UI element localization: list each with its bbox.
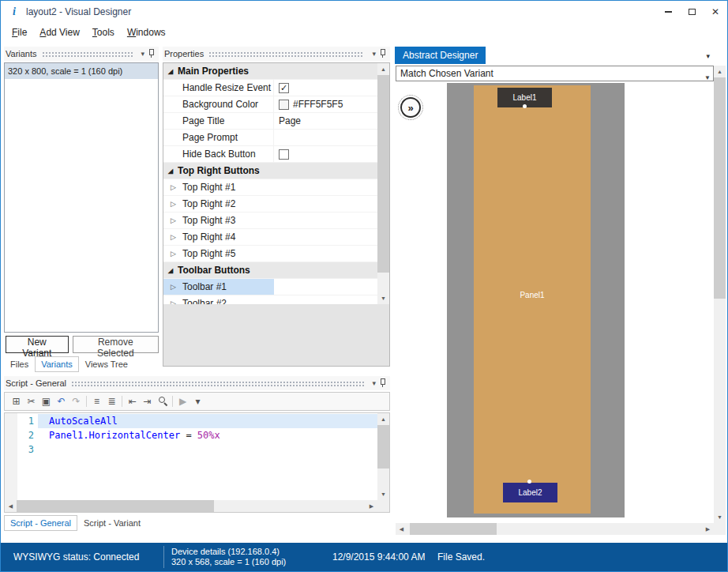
- redo-icon[interactable]: ↷: [69, 396, 84, 407]
- panel-menu-icon[interactable]: ▾: [141, 50, 144, 58]
- property-row-handle-resize[interactable]: Handle Resize Event ✓: [163, 80, 377, 96]
- collapsed-icon[interactable]: ▷: [163, 229, 182, 245]
- category-toolbar-buttons[interactable]: ◢ Toolbar Buttons: [163, 262, 377, 279]
- pin-icon[interactable]: [379, 49, 386, 58]
- property-row-page-title[interactable]: Page Title Page: [163, 113, 377, 130]
- add-view-icon[interactable]: ⊞: [9, 396, 24, 407]
- collapsed-icon[interactable]: ▷: [163, 279, 182, 295]
- variant-match-combo[interactable]: Match Chosen Variant ▼: [396, 66, 714, 81]
- scroll-thumb[interactable]: [714, 77, 726, 299]
- property-row-toolbar-1[interactable]: ▷ Toolbar #1: [163, 279, 377, 295]
- hide-back-checkbox[interactable]: [279, 149, 289, 160]
- expanded-icon[interactable]: ◢: [163, 163, 178, 179]
- design-panel1[interactable]: [474, 85, 591, 514]
- tab-files[interactable]: Files: [4, 356, 35, 372]
- pin-icon[interactable]: [148, 49, 155, 58]
- color-swatch[interactable]: [279, 100, 289, 110]
- menu-windows[interactable]: Windows: [121, 25, 172, 40]
- expand-toolbox-button[interactable]: »: [400, 97, 421, 118]
- scroll-up-icon[interactable]: ▲: [377, 413, 389, 425]
- paste-icon[interactable]: ▣: [39, 396, 54, 407]
- minimize-button[interactable]: [656, 1, 680, 23]
- property-row-background-color[interactable]: Background Color #FFF5F5F5: [163, 96, 377, 113]
- undo-icon[interactable]: ↶: [54, 396, 69, 407]
- pin-icon[interactable]: [379, 378, 386, 388]
- maximize-button[interactable]: [680, 1, 704, 23]
- scroll-right-icon[interactable]: ▶: [366, 500, 377, 512]
- run-icon[interactable]: ▶: [175, 396, 190, 407]
- designer-horizontal-scrollbar[interactable]: ◀ ▶: [396, 523, 714, 535]
- scroll-left-icon[interactable]: ◀: [396, 523, 407, 535]
- color-value[interactable]: #FFF5F5F5: [293, 96, 343, 113]
- minimize-icon: [665, 11, 672, 13]
- collapsed-icon[interactable]: ▷: [163, 295, 182, 304]
- code-area[interactable]: AutoScaleAll Panel1.HorizontalCenter = 5…: [38, 414, 377, 500]
- scroll-down-icon[interactable]: ▼: [714, 511, 726, 523]
- tab-script-variant[interactable]: Script - Variant: [77, 515, 147, 531]
- editor-vertical-scrollbar[interactable]: ▲ ▼: [377, 413, 389, 500]
- expanded-icon[interactable]: ◢: [163, 63, 178, 79]
- close-button[interactable]: ✕: [704, 1, 727, 23]
- indent-icon[interactable]: ⇥: [140, 396, 155, 407]
- tab-abstract-designer[interactable]: Abstract Designer: [395, 47, 486, 64]
- property-row-top-right-2[interactable]: ▷ Top Right #2: [163, 196, 377, 213]
- designer-vertical-scrollbar[interactable]: ▲ ▼: [714, 66, 726, 523]
- collapsed-icon[interactable]: ▷: [163, 196, 182, 212]
- remove-selected-button[interactable]: Remove Selected: [73, 336, 159, 353]
- scroll-right-icon[interactable]: ▶: [702, 523, 714, 535]
- tab-variants[interactable]: Variants: [35, 356, 79, 372]
- property-row-top-right-3[interactable]: ▷ Top Right #3: [163, 213, 377, 229]
- scroll-thumb[interactable]: [377, 425, 389, 469]
- category-main-properties[interactable]: ◢ Main Properties: [163, 63, 377, 80]
- property-row-page-prompt[interactable]: Page Prompt: [163, 130, 377, 146]
- collapsed-icon[interactable]: ▷: [163, 246, 182, 262]
- property-row-toolbar-2[interactable]: ▷ Toolbar #2: [163, 295, 377, 304]
- tabstrip-dropdown-icon[interactable]: ▾: [706, 52, 710, 60]
- anchor-handle[interactable]: [523, 104, 527, 108]
- property-value[interactable]: Page: [274, 113, 377, 129]
- menu-file[interactable]: File: [6, 25, 33, 40]
- design-canvas[interactable]: Label1 Panel1 Label2 »: [395, 83, 714, 523]
- scroll-left-icon[interactable]: ◀: [5, 500, 17, 512]
- page-title-value[interactable]: Page: [279, 113, 301, 130]
- editor-horizontal-scrollbar[interactable]: ◀ ▶: [5, 500, 377, 512]
- scroll-thumb[interactable]: [17, 500, 214, 512]
- cut-icon[interactable]: ✂: [24, 396, 39, 407]
- panel-menu-icon[interactable]: ▾: [372, 379, 376, 387]
- properties-scrollbar[interactable]: ▲ ▼: [377, 63, 389, 304]
- scroll-thumb[interactable]: [410, 523, 497, 535]
- collapsed-icon[interactable]: ▷: [163, 179, 182, 195]
- category-top-right-buttons[interactable]: ◢ Top Right Buttons: [163, 163, 377, 179]
- scroll-up-icon[interactable]: ▲: [714, 66, 726, 77]
- code-editor[interactable]: 1 2 3 AutoScaleAll Panel1.HorizontalCent…: [4, 412, 390, 513]
- uncomment-icon[interactable]: ≡: [89, 396, 104, 407]
- new-variant-button[interactable]: New Variant: [6, 336, 69, 353]
- variant-list-item[interactable]: 320 x 800, scale = 1 (160 dpi): [5, 63, 158, 79]
- panel-menu-icon[interactable]: ▾: [372, 50, 376, 58]
- menu-tools[interactable]: Tools: [86, 25, 121, 40]
- comment-icon[interactable]: ≣: [104, 396, 119, 407]
- anchor-handle[interactable]: [527, 480, 531, 484]
- search-icon[interactable]: [155, 396, 170, 408]
- property-row-hide-back[interactable]: Hide Back Button: [163, 146, 377, 163]
- expanded-icon[interactable]: ◢: [163, 262, 178, 278]
- toolbar-overflow-icon[interactable]: ▾: [190, 396, 205, 407]
- scroll-down-icon[interactable]: ▼: [377, 488, 389, 500]
- property-value[interactable]: [274, 130, 377, 145]
- property-value: [274, 146, 377, 162]
- menu-add-view[interactable]: Add View: [33, 25, 86, 40]
- property-row-top-right-1[interactable]: ▷ Top Right #1: [163, 179, 377, 196]
- scroll-thumb[interactable]: [377, 75, 389, 273]
- tab-views-tree[interactable]: Views Tree: [79, 356, 134, 372]
- design-label2[interactable]: Label2: [503, 483, 557, 502]
- outdent-icon[interactable]: ⇤: [125, 396, 140, 407]
- property-row-top-right-5[interactable]: ▷ Top Right #5: [163, 246, 377, 262]
- property-name: Toolbar #1: [182, 279, 274, 295]
- property-row-top-right-4[interactable]: ▷ Top Right #4: [163, 229, 377, 246]
- collapsed-icon[interactable]: ▷: [163, 213, 182, 228]
- handle-resize-checkbox[interactable]: ✓: [279, 83, 289, 93]
- tab-script-general[interactable]: Script - General: [4, 515, 77, 531]
- script-tabs: Script - General Script - Variant: [4, 515, 147, 531]
- scroll-down-icon[interactable]: ▼: [377, 292, 389, 304]
- scroll-up-icon[interactable]: ▲: [377, 63, 389, 75]
